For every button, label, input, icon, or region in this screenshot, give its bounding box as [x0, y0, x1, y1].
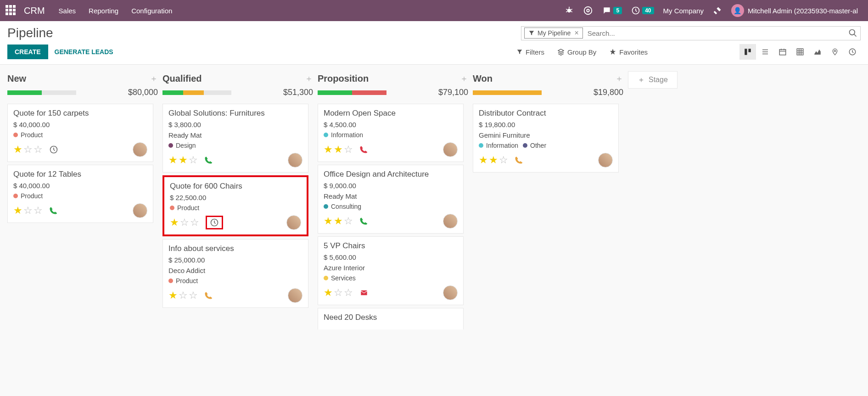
activity-icon[interactable]	[359, 289, 369, 296]
kanban-card[interactable]: Office Design and Architecture$ 9,000.00…	[318, 165, 464, 234]
tools-icon[interactable]	[713, 6, 722, 15]
kanban-card[interactable]: Quote for 12 Tables$ 40,000.00Product★☆☆	[7, 165, 153, 223]
pivot-view-icon[interactable]	[792, 44, 808, 60]
column-title[interactable]: New	[7, 73, 26, 84]
activity-icon[interactable]	[49, 145, 58, 154]
company-switcher[interactable]: My Company	[663, 7, 704, 15]
calendar-view-icon[interactable]	[774, 44, 791, 60]
list-view-icon[interactable]	[757, 44, 773, 60]
priority-star-icon[interactable]: ☆	[34, 144, 43, 156]
map-view-icon[interactable]	[827, 44, 843, 60]
kanban-card[interactable]: 5 VP Chairs$ 5,600.00Azure InteriorServi…	[318, 236, 464, 305]
priority-star-icon[interactable]: ☆	[189, 154, 198, 166]
priority-star-icon[interactable]: ☆	[189, 290, 198, 301]
quick-create-icon[interactable]: ＋	[615, 73, 623, 84]
priority-star-icon[interactable]: ☆	[23, 205, 33, 217]
activity-icon[interactable]	[206, 216, 223, 229]
salesperson-avatar[interactable]	[133, 203, 147, 218]
column-title[interactable]: Qualified	[162, 73, 202, 84]
priority-star-icon[interactable]: ☆	[344, 144, 353, 156]
column-title[interactable]: Won	[473, 73, 493, 84]
priority-star-icon[interactable]: ★	[170, 217, 179, 229]
apps-icon[interactable]	[6, 5, 17, 16]
priority-star-icon[interactable]: ☆	[180, 217, 189, 229]
progress-bar[interactable]	[473, 90, 542, 95]
priority-star-icon[interactable]: ☆	[499, 154, 508, 166]
priority-star-icon[interactable]: ☆	[334, 287, 343, 299]
column-title[interactable]: Proposition	[318, 73, 369, 84]
activity-icon[interactable]	[204, 291, 213, 300]
salesperson-avatar[interactable]	[288, 153, 302, 167]
progress-bar[interactable]	[162, 90, 231, 95]
salesperson-avatar[interactable]	[598, 153, 613, 167]
priority-star-icon[interactable]: ☆	[34, 205, 43, 217]
progress-bar[interactable]	[7, 90, 76, 95]
kanban-card[interactable]: Info about services$ 25,000.00Deco Addic…	[162, 239, 308, 308]
search-input[interactable]	[586, 28, 848, 39]
favorites-button[interactable]: Favorites	[609, 48, 648, 56]
add-stage-button[interactable]: ＋Stage	[628, 71, 678, 89]
activity-icon[interactable]	[359, 145, 368, 154]
search-bar[interactable]: My Pipeline ×	[521, 26, 861, 40]
salesperson-avatar[interactable]	[288, 288, 302, 303]
activity-icon[interactable]	[49, 206, 57, 215]
priority-star-icon[interactable]: ★	[179, 154, 188, 166]
kanban-card[interactable]: Distributor Contract$ 19,800.00Gemini Fu…	[473, 104, 619, 173]
kanban-card[interactable]: Modern Open Space$ 4,500.00Information★★…	[318, 104, 464, 162]
column-header: Won＋	[473, 71, 627, 88]
priority-star-icon[interactable]: ★	[489, 154, 498, 166]
priority-star-icon[interactable]: ☆	[190, 217, 199, 229]
priority-star-icon[interactable]: ☆	[179, 290, 188, 301]
filters-button[interactable]: Filters	[516, 48, 544, 56]
kanban-view-icon[interactable]	[739, 44, 756, 60]
app-brand[interactable]: CRM	[24, 6, 45, 16]
salesperson-avatar[interactable]	[443, 142, 458, 157]
menu-sales[interactable]: Sales	[59, 7, 76, 15]
priority-star-icon[interactable]: ☆	[344, 287, 353, 299]
remove-filter-icon[interactable]: ×	[574, 29, 578, 37]
kanban-card[interactable]: Quote for 150 carpets$ 40,000.00Product★…	[7, 104, 153, 162]
menu-reporting[interactable]: Reporting	[89, 7, 118, 15]
priority-star-icon[interactable]: ★	[13, 205, 22, 217]
salesperson-avatar[interactable]	[286, 215, 301, 230]
kanban-card[interactable]: Global Solutions: Furnitures$ 3,800.00Re…	[162, 104, 308, 173]
priority-star-icon[interactable]: ★	[324, 287, 333, 299]
activity-icon[interactable]	[204, 156, 213, 164]
generate-leads-button[interactable]: GENERATE LEADS	[55, 48, 113, 56]
search-icon[interactable]	[848, 28, 857, 38]
messages-icon[interactable]: 5	[602, 6, 622, 15]
card-footer: ★★☆	[479, 153, 613, 167]
column-meta: $19,800	[473, 88, 627, 104]
priority-star-icon[interactable]: ★	[334, 215, 343, 227]
salesperson-avatar[interactable]	[133, 142, 147, 157]
group-by-button[interactable]: Group By	[557, 48, 596, 56]
support-icon[interactable]	[583, 6, 593, 16]
quick-create-icon[interactable]: ＋	[305, 73, 313, 84]
priority-star-icon[interactable]: ★	[168, 290, 178, 301]
activity-icon[interactable]	[515, 156, 523, 164]
priority-star-icon[interactable]: ★	[324, 215, 333, 227]
quick-create-icon[interactable]: ＋	[150, 73, 158, 84]
progress-bar[interactable]	[318, 90, 386, 95]
priority-star-icon[interactable]: ★	[324, 144, 333, 156]
priority-star-icon[interactable]: ★	[13, 144, 22, 156]
kanban-card[interactable]: Need 20 Desks	[318, 308, 464, 329]
activity-view-icon[interactable]	[844, 44, 861, 60]
activities-icon[interactable]: 40	[631, 6, 654, 15]
priority-star-icon[interactable]: ☆	[344, 215, 353, 227]
filter-tag[interactable]: My Pipeline ×	[524, 28, 583, 39]
priority-star-icon[interactable]: ★	[168, 154, 178, 166]
debug-icon[interactable]	[565, 6, 574, 15]
user-menu[interactable]: 👤 Mitchell Admin (20235930-master-al	[731, 4, 858, 17]
priority-star-icon[interactable]: ★	[479, 154, 488, 166]
graph-view-icon[interactable]	[809, 44, 826, 60]
menu-configuration[interactable]: Configuration	[131, 7, 172, 15]
quick-create-icon[interactable]: ＋	[460, 73, 468, 84]
salesperson-avatar[interactable]	[443, 285, 458, 300]
kanban-card[interactable]: Quote for 600 Chairs$ 22,500.00Product★☆…	[162, 175, 308, 236]
activity-icon[interactable]	[359, 217, 368, 225]
priority-star-icon[interactable]: ★	[334, 144, 343, 156]
priority-star-icon[interactable]: ☆	[23, 144, 33, 156]
salesperson-avatar[interactable]	[443, 214, 458, 229]
create-button[interactable]: CREATE	[7, 45, 48, 59]
